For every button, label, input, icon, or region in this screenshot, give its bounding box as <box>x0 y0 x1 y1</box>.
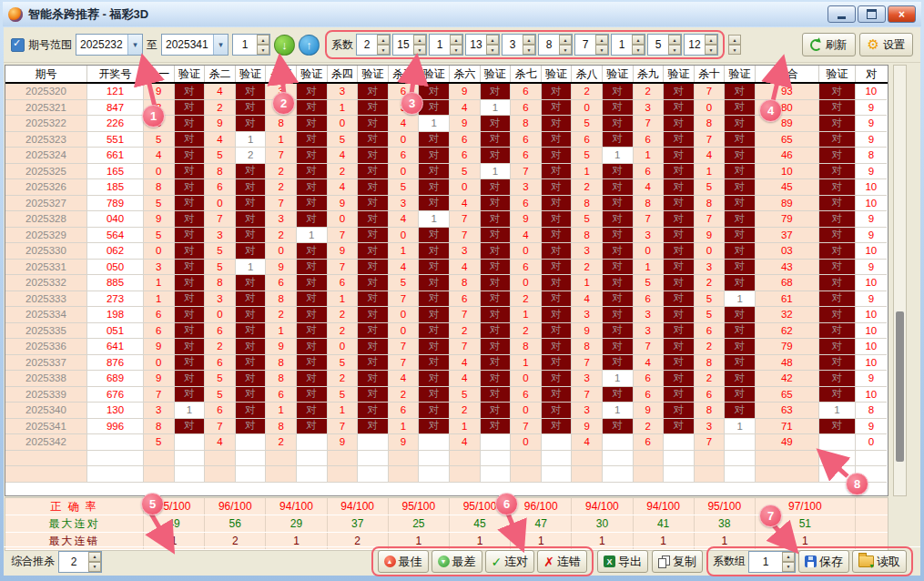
chevron-down-icon[interactable] <box>127 35 142 55</box>
spin-down-button[interactable] <box>88 562 101 572</box>
column-header[interactable]: 期号 <box>5 66 87 82</box>
spin-down-button[interactable] <box>705 45 717 55</box>
table-row[interactable]: 20253378760对6对8对5对7对4对1对7对4对8对48对10 <box>5 355 888 372</box>
vertical-scrollbar[interactable] <box>893 65 907 496</box>
spin-down-button[interactable] <box>632 45 645 55</box>
table-row[interactable]: 20253261858对6对2对4对5对0对3对2对4对5对45对10 <box>5 179 888 196</box>
spin-down-button[interactable] <box>668 45 681 55</box>
table-row[interactable]: 20253419968对7对8对7对1对1对7对9对2对3171对9 <box>5 419 888 435</box>
refresh-button[interactable]: 刷新 <box>802 33 856 56</box>
column-header[interactable]: 杀九 <box>634 66 665 82</box>
column-header[interactable]: 杀十 <box>695 66 726 82</box>
copy-button[interactable]: 复制 <box>652 550 703 573</box>
settings-button[interactable]: 设置 <box>859 33 913 56</box>
streak-button[interactable]: 连对 <box>485 550 535 573</box>
spin-down-button[interactable] <box>413 45 426 55</box>
table-row[interactable]: 20253341986对0对2对2对0对7对1对3对3对5对32对10 <box>5 307 888 323</box>
table-row[interactable]: 20253218478对2对5对1对3对416对0对3对0对80对9 <box>5 100 888 117</box>
step-spinner[interactable]: 1 <box>232 34 270 56</box>
coef-spinner[interactable]: 13 <box>465 34 500 56</box>
spin-down-button[interactable] <box>257 45 269 55</box>
table-row[interactable]: 20253310503对519对7对4对4对6对2对1对3对43对9 <box>5 260 888 276</box>
column-header[interactable]: 对 <box>856 66 887 82</box>
spin-down-button[interactable] <box>486 45 499 55</box>
spin-down-button[interactable] <box>377 45 390 55</box>
coef-spinner[interactable]: 1 <box>611 34 645 56</box>
column-header[interactable]: 杀二 <box>205 66 236 82</box>
load-button[interactable]: 读取 <box>852 550 907 573</box>
scrollbar-thumb[interactable] <box>896 311 904 462</box>
column-header[interactable]: 验证 <box>542 66 573 82</box>
coef-spinner[interactable]: 2 <box>356 34 391 56</box>
table-row[interactable]: 20253277895对0对7对9对3对4对6对8对8对8对89对10 <box>5 196 888 212</box>
column-header[interactable]: 杀四 <box>328 66 359 82</box>
table-row[interactable] <box>5 466 888 483</box>
table-row[interactable]: 20253386899对5对8对2对4对4对0对316对2对42对9 <box>5 371 888 387</box>
column-header[interactable]: 验证 <box>236 66 267 82</box>
spin-up-button[interactable] <box>377 35 390 45</box>
table-row[interactable]: 20253425429940467490 <box>5 434 888 451</box>
coef-spinner[interactable]: 5 <box>647 34 682 56</box>
best-button[interactable]: 最佳 <box>378 550 429 573</box>
table-row[interactable]: 20253328851对8对6对6对5对8对0对1对5对2对68对10 <box>5 275 888 291</box>
spin-down-button[interactable] <box>595 45 608 55</box>
coef-spinner[interactable]: 7 <box>574 34 609 56</box>
column-header[interactable]: 杀六 <box>450 66 481 82</box>
spin-down-button[interactable] <box>523 45 535 55</box>
column-header[interactable]: 验证 <box>819 66 856 82</box>
coef-spinner[interactable]: 1 <box>429 34 463 56</box>
table-row[interactable]: 20253235515对411对5对0对6对6对6对6对7对65对9 <box>5 132 888 148</box>
spin-up-button[interactable] <box>595 35 608 45</box>
spin-up-button[interactable] <box>782 552 795 562</box>
column-header[interactable]: 综合 <box>756 66 819 82</box>
spin-down-button[interactable] <box>450 45 462 55</box>
range-checkbox[interactable] <box>11 38 25 52</box>
column-header[interactable]: 开奖号 <box>87 66 144 82</box>
spin-up-button[interactable] <box>257 35 269 45</box>
spin-up-button[interactable] <box>88 552 101 562</box>
spin-up-button[interactable] <box>668 35 681 45</box>
range-from-select[interactable]: 2025232 <box>76 34 143 56</box>
save-button[interactable]: 保存 <box>798 550 849 573</box>
extra-spinner[interactable] <box>728 35 741 55</box>
chevron-down-icon[interactable] <box>213 35 228 55</box>
coef-spinner[interactable]: 3 <box>502 34 536 56</box>
spin-up-button[interactable] <box>523 35 535 45</box>
export-button[interactable]: 导出 <box>597 550 648 573</box>
table-row[interactable]: 20253246614对527对4对6对6对6对511对4对46对8 <box>5 148 888 164</box>
table-row[interactable]: 20253201219对4对3对3对6对9对6对2对2对7对93对10 <box>5 84 888 100</box>
coef-group-spinner[interactable]: 1 <box>748 551 796 573</box>
table-row[interactable]: 20253300620对5对0对9对1对3对0对3对0对0对03对10 <box>5 243 888 260</box>
table-row[interactable]: 20253222265对9对8对0对419对8对5对7对8对89对9 <box>5 116 888 132</box>
table-row[interactable] <box>5 451 888 467</box>
column-header[interactable]: 验证 <box>603 66 634 82</box>
table-row[interactable]: 20253332731对3对8对1对7对6对2对4对6对5161对9 <box>5 291 888 308</box>
table-row[interactable]: 20253280409对7对3对0对417对9对5对7对7对79对9 <box>5 211 888 228</box>
column-header[interactable]: 验证 <box>664 66 695 82</box>
close-button[interactable]: × <box>888 5 916 23</box>
column-header[interactable]: 杀八 <box>572 66 603 82</box>
column-header[interactable]: 杀一 <box>144 66 175 82</box>
column-header[interactable]: 验证 <box>481 66 512 82</box>
column-header[interactable]: 验证 <box>297 66 328 82</box>
column-header[interactable]: 杀七 <box>511 66 542 82</box>
spin-up-button[interactable] <box>450 35 462 45</box>
table-row[interactable]: 20253350516对6对1对2对0对2对2对9对3对6对62对10 <box>5 323 888 340</box>
move-up-button[interactable]: ↑ <box>299 35 320 56</box>
spin-up-button[interactable] <box>705 35 717 45</box>
move-down-button[interactable]: ↓ <box>274 35 295 56</box>
column-header[interactable]: 验证 <box>175 66 206 82</box>
spin-down-button[interactable] <box>782 562 795 572</box>
column-header[interactable]: 验证 <box>419 66 450 82</box>
table-row[interactable]: 2025340130316对1对1对6对2对0对319对8对6318 <box>5 403 888 419</box>
worst-button[interactable]: 最差 <box>432 550 482 573</box>
coef-spinner[interactable]: 12 <box>684 34 718 56</box>
table-row[interactable]: 20253396767对5对6对5对2对5对6对7对6对6对65对10 <box>5 387 888 403</box>
table-row[interactable]: 20253366419对2对9对0对7对7对8对8对7对2对79对10 <box>5 339 888 355</box>
minimize-button[interactable] <box>828 5 856 23</box>
spin-up-button[interactable] <box>632 35 645 45</box>
composite-kill-spinner[interactable]: 2 <box>58 551 102 573</box>
column-header[interactable]: 验证 <box>725 66 756 82</box>
spin-up-button[interactable] <box>559 35 572 45</box>
column-header[interactable]: 杀五 <box>389 66 420 82</box>
